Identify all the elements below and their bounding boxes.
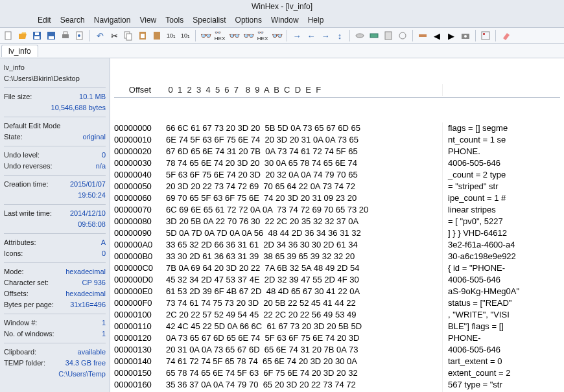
hex-row[interactable]: 000001200A 73 65 67 6D 65 6E 74 5F 63 6F… — [114, 332, 560, 344]
ascii-cell[interactable]: status = ["READ" — [442, 297, 560, 309]
hex-row[interactable]: 000000F073 74 61 74 75 73 20 3D 20 5B 22… — [114, 297, 560, 309]
hex-cell[interactable]: 74 61 72 74 5F 65 78 74 65 6E 74 20 3D 2… — [166, 356, 442, 367]
new-icon[interactable] — [3, 30, 14, 41]
copy-icon[interactable] — [123, 30, 134, 41]
menu-navigation[interactable]: Navigation — [94, 16, 131, 25]
ascii-cell[interactable]: ] } } VHD-64612 — [442, 227, 560, 239]
ascii-cell[interactable]: PHONE. — [442, 146, 560, 157]
ascii-cell[interactable]: flags = [] segme — [442, 122, 560, 134]
hex-cell[interactable]: 33 30 2D 61 36 63 31 39 38 65 39 65 39 3… — [166, 251, 442, 262]
save-icon[interactable] — [31, 30, 43, 41]
menu-tools[interactable]: Tools — [165, 16, 183, 25]
hex-cell[interactable]: 66 6C 61 67 73 20 3D 20 5B 5D 0A 73 65 6… — [166, 122, 442, 134]
hex-cell[interactable]: 20 31 0A 0A 73 65 67 6D 65 6E 74 31 20 7… — [166, 344, 442, 356]
menu-specialist[interactable]: Specialist — [193, 16, 226, 25]
hex-row[interactable]: 000000706C 69 6E 65 61 72 72 0A 0A 73 74… — [114, 204, 560, 216]
hex-cell[interactable]: 5F 63 6F 75 6E 74 20 3D 20 32 0A 0A 74 7… — [166, 169, 442, 181]
hex-cell[interactable]: 2C 20 22 57 52 49 54 45 22 2C 20 22 56 4… — [166, 309, 442, 321]
goto-offset-icon[interactable]: → — [291, 30, 303, 41]
hex-row[interactable]: 0000006069 70 65 5F 63 6F 75 6E 74 20 3D… — [114, 192, 560, 204]
hex-row[interactable]: 0000013020 31 0A 0A 73 65 67 6D 65 6E 74… — [114, 344, 560, 356]
paste-into-icon[interactable] — [151, 30, 163, 41]
hex-cell[interactable]: 35 36 37 0A 0A 74 79 70 65 20 3D 20 22 7… — [166, 379, 442, 391]
replace-hex-icon[interactable]: 👓 — [271, 30, 283, 41]
prev-icon[interactable]: ◀ — [431, 30, 443, 41]
hex-cell[interactable]: 73 74 61 74 75 73 20 3D 20 5B 22 52 45 4… — [166, 297, 442, 309]
hex-row[interactable]: 000000C07B 0A 69 64 20 3D 20 22 7A 6B 32… — [114, 262, 560, 274]
cut-icon[interactable]: ✂ — [108, 30, 120, 41]
ascii-cell[interactable]: 567 type = "str — [442, 379, 560, 391]
hex-cell[interactable]: 20 3D 20 22 73 74 72 69 70 65 64 22 0A 7… — [166, 181, 442, 192]
hex-cell[interactable]: 5D 0A 7D 0A 7D 0A 0A 56 48 44 2D 36 34 3… — [166, 227, 442, 239]
hex-row[interactable]: 000000E061 53 2D 39 6F 4B 67 2D 48 4D 65… — [114, 286, 560, 297]
menu-edit[interactable]: Edit — [38, 16, 51, 25]
hex-row[interactable]: 000000D045 32 34 2D 47 53 37 4E 2D 32 39… — [114, 274, 560, 286]
tab-file[interactable]: lv_info — [1, 45, 38, 57]
hex-cell[interactable]: 3D 20 5B 0A 22 70 76 30 22 2C 20 35 32 3… — [166, 216, 442, 227]
hex-row[interactable]: 000000405F 63 6F 75 6E 74 20 3D 20 32 0A… — [114, 169, 560, 181]
hex-row[interactable]: 0000011042 4C 45 22 5D 0A 66 6C 61 67 73… — [114, 321, 560, 332]
hex-cell[interactable]: 65 78 74 65 6E 74 5F 63 6F 75 6E 74 20 3… — [166, 367, 442, 379]
hex-cell[interactable]: 69 70 65 5F 63 6F 75 6E 74 20 3D 20 31 0… — [166, 192, 442, 204]
analyze-icon[interactable] — [397, 30, 408, 41]
hex-cell[interactable]: 42 4C 45 22 5D 0A 66 6C 61 67 73 20 3D 2… — [166, 321, 442, 332]
ascii-cell[interactable]: = "striped" str — [442, 181, 560, 192]
hex-row[interactable]: 000000905D 0A 7D 0A 7D 0A 0A 56 48 44 2D… — [114, 227, 560, 239]
print-icon[interactable] — [60, 30, 71, 41]
menu-search[interactable]: Search — [60, 16, 85, 25]
hex-cell[interactable]: 6E 74 5F 63 6F 75 6E 74 20 3D 20 31 0A 0… — [166, 134, 442, 146]
saveas-icon[interactable] — [45, 30, 57, 41]
find-text-icon[interactable]: 👓 — [228, 30, 240, 41]
menu-view[interactable]: View — [139, 16, 156, 25]
hex-row[interactable]: 0000002067 6D 65 6E 74 31 20 7B 0A 73 74… — [114, 146, 560, 157]
ascii-cell[interactable]: aS-9oKg-HMeg0A" — [442, 286, 560, 297]
hex-cell[interactable]: 78 74 65 6E 74 20 3D 20 30 0A 65 78 74 6… — [166, 157, 442, 169]
menu-window[interactable]: Window — [271, 16, 299, 25]
settings-icon[interactable] — [480, 30, 491, 41]
menu-help[interactable]: Help — [308, 16, 324, 25]
hex-cell[interactable]: 33 65 32 2D 66 36 31 61 2D 34 36 30 30 2… — [166, 239, 442, 251]
hex-row[interactable]: 000000A033 65 32 2D 66 36 31 61 2D 34 36… — [114, 239, 560, 251]
ram-icon[interactable] — [368, 30, 380, 41]
ascii-cell[interactable]: PHONE- — [442, 332, 560, 344]
erase-icon[interactable] — [500, 30, 511, 41]
hex-cell[interactable]: 67 6D 65 6E 74 31 20 7B 0A 73 74 61 72 7… — [166, 146, 442, 157]
hex-cell[interactable]: 61 53 2D 39 6F 4B 67 2D 48 4D 65 67 30 4… — [166, 286, 442, 297]
ascii-cell[interactable]: , "WRITE", "VISI — [442, 309, 560, 321]
find-icon[interactable]: 👓 — [200, 30, 211, 41]
ascii-cell[interactable]: 4006-505-646 — [442, 344, 560, 356]
hex-cell[interactable]: 0A 73 65 67 6D 65 6E 74 5F 63 6F 75 6E 7… — [166, 332, 442, 344]
offset-dec-icon[interactable]: 10₁ — [165, 30, 177, 41]
hex-cell[interactable]: 6C 69 6E 65 61 72 72 0A 0A 73 74 72 69 7… — [166, 204, 442, 216]
hex-row[interactable]: 0000014074 61 72 74 5F 65 78 74 65 6E 74… — [114, 356, 560, 367]
disk-icon[interactable] — [354, 30, 366, 41]
ascii-cell[interactable]: BLE"] flags = [] — [442, 321, 560, 332]
open-icon[interactable] — [17, 30, 29, 41]
ascii-cell[interactable]: _count = 2 type — [442, 169, 560, 181]
ascii-cell[interactable]: 4006-505-646 — [442, 157, 560, 169]
find-again-icon[interactable]: 👓 — [242, 30, 254, 41]
hex-row[interactable]: 000000106E 74 5F 63 6F 75 6E 74 20 3D 20… — [114, 134, 560, 146]
hex-cell[interactable]: 7B 0A 69 64 20 3D 20 22 7A 6B 32 5A 48 4… — [166, 262, 442, 274]
ascii-cell[interactable]: ipe_count = 1 # — [442, 192, 560, 204]
menu-options[interactable]: Options — [235, 16, 262, 25]
ascii-cell[interactable]: linear stripes — [442, 204, 560, 216]
hex-row[interactable]: 0000015065 78 74 65 6E 74 5F 63 6F 75 6E… — [114, 367, 560, 379]
goto-fwd-icon[interactable]: → — [320, 30, 331, 41]
undo-icon[interactable]: ↶ — [94, 30, 106, 41]
hex-row[interactable]: 0000016035 36 37 0A 0A 74 79 70 65 20 3D… — [114, 379, 560, 391]
mark-pos-icon[interactable]: ↕ — [334, 30, 346, 41]
goto-back-icon[interactable]: ← — [305, 30, 317, 41]
paste-icon[interactable] — [137, 30, 148, 41]
ascii-cell[interactable]: nt_count = 1 se — [442, 134, 560, 146]
next-icon[interactable]: ▶ — [445, 30, 457, 41]
hex-editor[interactable]: Offset 0 1 2 3 4 5 6 7 8 9 A B C D E F 0… — [110, 58, 564, 392]
find-hex-icon[interactable]: 👓HEX — [214, 30, 226, 41]
ascii-cell[interactable]: tart_extent = 0 — [442, 356, 560, 367]
ascii-cell[interactable]: 30-a6c198e9e922 — [442, 251, 560, 262]
position-icon[interactable] — [417, 30, 429, 41]
camera-icon[interactable] — [460, 30, 471, 41]
hex-row[interactable]: 0000000066 6C 61 67 73 20 3D 20 5B 5D 0A… — [114, 122, 560, 134]
hex-row[interactable]: 000000B033 30 2D 61 36 63 31 39 38 65 39… — [114, 251, 560, 262]
ascii-cell[interactable]: 3e2-f61a-4600-a4 — [442, 239, 560, 251]
